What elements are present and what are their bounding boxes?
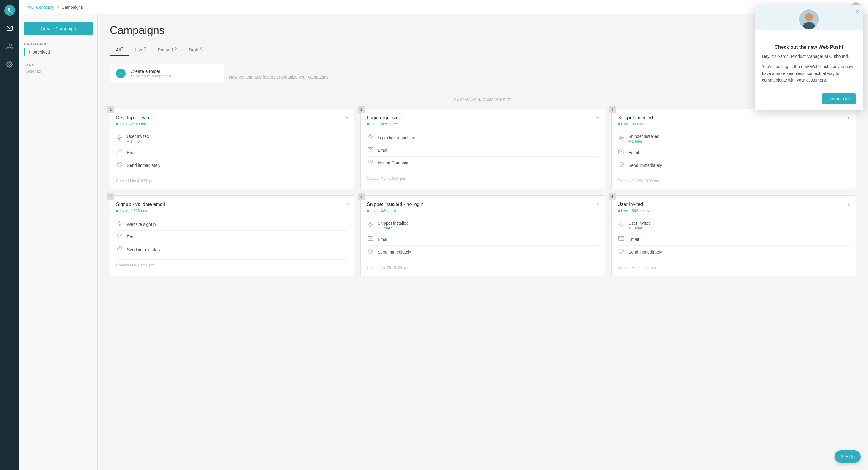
card-title: Developer invited <box>116 115 153 121</box>
campaign-filter[interactable]: + 1 filter <box>628 226 651 230</box>
tab-all[interactable]: All7 <box>110 44 129 56</box>
svg-point-1 <box>8 44 10 46</box>
status-dot <box>367 209 369 212</box>
campaign-filter[interactable]: + 1 filter <box>628 139 659 144</box>
channel-text: Email <box>378 237 388 242</box>
section-divider: CAMPAIGNS IN CAMPAIGNS (7) <box>110 98 856 101</box>
card-chevron-icon[interactable]: ▾ <box>597 115 599 120</box>
card-status: Live · 83 users <box>618 122 849 126</box>
card-chevron-icon[interactable]: ▾ <box>346 115 348 120</box>
page-title: Campaigns <box>110 24 856 37</box>
status-dot <box>116 123 119 125</box>
popup-header: Check out the new Web Push! <box>755 30 863 50</box>
status-dot <box>367 123 369 125</box>
breadcrumb-company[interactable]: Your Company <box>27 5 54 10</box>
card-trigger-row: User invited + 1 filter <box>116 131 348 146</box>
card-channel-row: Email <box>618 233 849 245</box>
tab-live[interactable]: Live7 <box>129 44 152 56</box>
card-number: 2 <box>358 106 365 113</box>
card-channel-row: Email <box>116 230 348 243</box>
channel-text: Email <box>378 148 388 153</box>
timing-icon <box>116 246 123 253</box>
card-title: Snippet installed - no login <box>367 202 424 207</box>
email-icon <box>367 146 374 154</box>
campaigns-section-label: CAMPAIGNS <box>24 42 93 46</box>
channel-text: Email <box>127 235 137 239</box>
card-footer: Created Apr 29, 10:39 am <box>367 262 599 270</box>
campaign-card: 2 Login requested ▾ Live · 585 users Log… <box>361 109 605 190</box>
campaign-filter[interactable]: + 1 filter <box>378 226 409 230</box>
card-footer: Created Mar 4, 6:50 pm <box>618 262 849 270</box>
sidebar-item-mail[interactable] <box>4 23 15 34</box>
card-chevron-icon[interactable]: ▾ <box>346 202 348 206</box>
card-trigger-row: Snippet installed + 1 filter <box>618 131 849 146</box>
tags-section: TAGS + Add tag <box>24 63 93 73</box>
timing-icon <box>367 159 374 167</box>
timing-icon <box>618 161 625 169</box>
timing-text: Send immediately <box>378 249 411 255</box>
trigger-icon <box>367 222 374 229</box>
create-campaign-button[interactable]: Create Campaign <box>24 22 93 35</box>
trigger-icon <box>116 135 123 142</box>
trigger-icon <box>618 222 625 229</box>
help-button[interactable]: ? Help <box>835 450 861 463</box>
trigger-text: User invited + 1 filter <box>628 221 651 230</box>
trigger-text: Snippet installed + 1 filter <box>378 221 409 230</box>
trigger-text: Snippet installed + 1 filter <box>628 134 659 144</box>
card-status: Live · 859 users <box>116 122 348 126</box>
card-header: Snippet installed - no login ▾ <box>367 202 599 207</box>
archive-icon: ⬇ <box>27 50 31 55</box>
card-number: 5 <box>358 193 365 200</box>
campaign-filter[interactable]: + 1 filter <box>127 139 149 144</box>
svg-point-17 <box>805 13 813 21</box>
email-icon <box>618 149 625 156</box>
timing-text: Instant Campaign <box>378 161 411 165</box>
card-chevron-icon[interactable]: ▾ <box>597 202 599 206</box>
folder-subtitle: To organize campaigns <box>130 74 171 78</box>
section-label: CAMPAIGNS IN CAMPAIGNS (7) <box>450 98 516 101</box>
channel-text: Email <box>127 150 137 155</box>
campaigns-grid: 1 Developer invited ▾ Live · 859 users U… <box>110 109 856 276</box>
tab-draft[interactable]: Draft 0 <box>183 44 208 56</box>
popup-close-button[interactable]: ✕ <box>855 8 860 15</box>
campaigns-section: CAMPAIGNS ⬇ Archived <box>24 42 93 56</box>
popup-para2: You're looking at the new Web Push, so y… <box>762 63 856 83</box>
add-tag-button[interactable]: + Add tag <box>24 69 93 73</box>
tab-paused[interactable]: Paused 0 <box>152 44 183 56</box>
breadcrumb-current: Campaigns <box>61 5 83 10</box>
card-timing-row: Send immediately <box>116 159 348 171</box>
sidebar-item-settings[interactable] <box>4 59 15 70</box>
archived-item[interactable]: ⬇ Archived <box>24 48 93 56</box>
campaign-card: 6 User invited ▾ Live · 862 users User i… <box>611 195 856 276</box>
trigger-text: Login link requested <box>378 135 415 140</box>
card-footer: Created Mar 4, 6:47 pm <box>367 172 599 181</box>
folder-text: Create a folder To organize campaigns <box>130 69 171 78</box>
status-dot <box>618 209 620 212</box>
card-footer: Created Mar 4, 6:50 pm <box>116 175 348 183</box>
create-folder-banner[interactable]: + Create a folder To organize campaigns <box>110 64 224 83</box>
tags-section-label: TAGS <box>24 63 93 67</box>
channel-text: Email <box>628 150 639 155</box>
popup-avatar <box>798 8 820 30</box>
card-status: Live · 83 users <box>367 208 599 213</box>
card-channel-row: Email <box>367 233 599 245</box>
logo-icon: ↻ <box>7 7 12 13</box>
timing-text: Send immediately <box>628 249 662 255</box>
main-content: Campaigns All7 Live7 Paused 0 Draft 0 <box>98 14 868 470</box>
card-header: Signup - validate email ▾ <box>116 202 348 207</box>
card-chevron-icon[interactable]: ▾ <box>847 115 849 120</box>
card-chevron-icon[interactable]: ▾ <box>847 202 849 206</box>
folder-plus-icon: + <box>116 69 126 78</box>
email-icon <box>367 235 374 243</box>
status-dot <box>618 123 620 125</box>
card-timing-row: Send immediately <box>618 245 849 258</box>
campaign-card: 5 Snippet installed - no login ▾ Live · … <box>361 195 605 276</box>
timing-text: Send immediately <box>127 163 160 168</box>
sidebar: ↻ <box>0 0 19 470</box>
app-logo[interactable]: ↻ <box>4 5 15 16</box>
learn-more-button[interactable]: Learn more <box>822 93 856 104</box>
sidebar-item-users[interactable] <box>4 41 15 52</box>
card-title: Snippet installed <box>618 115 653 121</box>
card-trigger-row: Login link requested <box>367 131 599 144</box>
timing-icon <box>367 248 374 256</box>
